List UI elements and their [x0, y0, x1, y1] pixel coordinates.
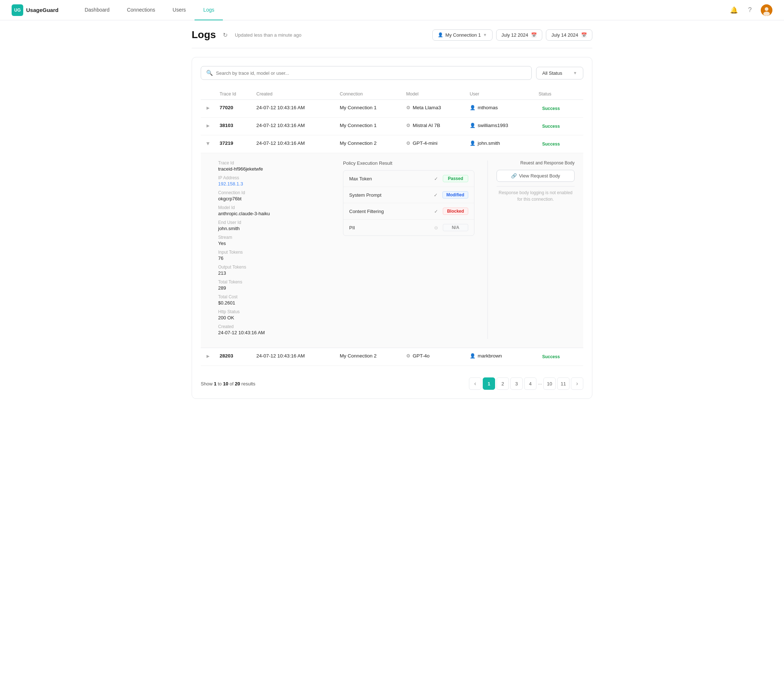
user-icon-38103: 👤 — [470, 123, 475, 128]
search-icon: 🔍 — [206, 70, 213, 76]
navbar: UG UsageGuard Dashboard Connections User… — [0, 0, 784, 20]
policy-row-system-prompt: System Prompt ✓ Modified — [344, 187, 474, 203]
trace-id-38103: 38103 — [215, 118, 252, 135]
logs-table: Trace Id Created Connection Model User S… — [201, 89, 583, 366]
refresh-button[interactable]: ↻ — [220, 30, 230, 40]
calendar-end-icon: 📅 — [581, 32, 587, 38]
input-tokens-value: 76 — [218, 255, 334, 261]
table-row: ▶ 77020 24-07-12 10:43:16 AM My Connecti… — [201, 100, 583, 118]
trace-id-28203: 28203 — [215, 348, 252, 366]
brand-name: UsageGuard — [26, 7, 58, 13]
pagination-total: 20 — [235, 381, 240, 386]
content-card: 🔍 All Status ▼ Trace Id Created Connecti… — [192, 57, 592, 399]
policy-status-system-prompt: Modified — [442, 191, 468, 199]
expand-row-37219[interactable]: ▶ — [205, 141, 211, 146]
search-row: 🔍 All Status ▼ — [201, 66, 583, 80]
ip-address-link[interactable]: 192.158.1.3 — [218, 181, 243, 187]
connection-38103: My Connection 1 — [335, 118, 402, 135]
page-button-2[interactable]: 2 — [496, 378, 509, 390]
page-button-4[interactable]: 4 — [524, 378, 536, 390]
logo[interactable]: UG UsageGuard — [12, 4, 58, 16]
total-tokens-value: 289 — [218, 285, 334, 291]
nav-connections[interactable]: Connections — [118, 0, 164, 20]
model-icon-37219: ⚙ — [406, 140, 411, 146]
http-status-value: 200 OK — [218, 315, 334, 320]
user-header: User — [465, 89, 534, 100]
header-controls: 👤 My Connection 1 ▼ July 12 2024 📅 July … — [432, 30, 592, 41]
created-28203: 24-07-12 10:43:16 AM — [252, 348, 335, 366]
user-icon-77020: 👤 — [470, 105, 475, 110]
output-tokens-label: Output Tokens — [218, 265, 334, 270]
username-37219: john.smith — [478, 140, 500, 146]
pagination-show-text: Show 1 to 10 of 20 results — [201, 381, 255, 386]
connection-77020: My Connection 1 — [335, 100, 402, 118]
date-start-button[interactable]: July 12 2024 📅 — [496, 30, 542, 41]
nav-users[interactable]: Users — [164, 0, 195, 20]
search-input[interactable] — [216, 71, 526, 76]
nav-logs[interactable]: Logs — [194, 0, 223, 20]
nav-dashboard[interactable]: Dashboard — [76, 0, 118, 20]
table-body: ▶ 77020 24-07-12 10:43:16 AM My Connecti… — [201, 100, 583, 366]
model-38103: ⚙ Mistral AI 7B — [402, 118, 465, 135]
page-prev-button[interactable]: ‹ — [469, 378, 481, 390]
page-button-10[interactable]: 10 — [543, 378, 556, 390]
date-end-button[interactable]: July 14 2024 📅 — [546, 30, 592, 41]
model-icon-38103: ⚙ — [406, 123, 411, 128]
status-38103: Success — [534, 118, 583, 135]
status-badge-37219: Success — [539, 140, 564, 148]
model-header: Model — [402, 89, 465, 100]
table-row: ▶ 28203 24-07-12 10:43:16 AM My Connecti… — [201, 348, 583, 366]
page-ellipsis: ··· — [538, 381, 542, 386]
nav-right: 🔔 ? — [729, 4, 772, 16]
expand-row-77020[interactable]: ▶ — [205, 105, 211, 111]
status-chevron-icon: ▼ — [573, 71, 577, 75]
input-tokens-label: Input Tokens — [218, 250, 334, 255]
ip-address-label: IP Address — [218, 175, 334, 180]
avatar[interactable] — [761, 4, 772, 16]
page-button-3[interactable]: 3 — [510, 378, 523, 390]
policy-check-icon-max-token: ✓ — [434, 176, 443, 181]
status-filter-dropdown[interactable]: All Status ▼ — [536, 67, 583, 79]
stream-value: Yes — [218, 241, 334, 246]
expand-row-28203[interactable]: ▶ — [205, 353, 211, 359]
status-badge-77020: Success — [539, 105, 564, 112]
page-next-button[interactable]: › — [571, 378, 583, 390]
view-request-body-button[interactable]: 🔗 View Request Body — [496, 170, 575, 182]
nav-links: Dashboard Connections Users Logs — [76, 0, 729, 20]
expanded-content: Trace Id traceid-hf966jeketwfe IP Addres… — [201, 153, 583, 348]
page-button-11[interactable]: 11 — [557, 378, 569, 390]
model-77020: ⚙ Meta Llama3 — [402, 100, 465, 118]
user-icon-28203: 👤 — [470, 353, 475, 358]
connection-id-label: Connection Id — [218, 190, 334, 195]
total-cost-value: $0.2601 — [218, 300, 334, 306]
created-38103: 24-07-12 10:43:16 AM — [252, 118, 335, 135]
model-name-77020: Meta Llama3 — [413, 105, 441, 110]
created-37219: 24-07-12 10:43:16 AM — [252, 135, 335, 153]
policy-name-pii: PII — [349, 225, 434, 230]
trace-id-header: Trace Id — [215, 89, 252, 100]
policy-row-content-filtering: Content Filtering ✓ Blocked — [344, 203, 474, 220]
notification-icon[interactable]: 🔔 — [729, 5, 739, 15]
created-77020: 24-07-12 10:43:16 AM — [252, 100, 335, 118]
connection-dropdown[interactable]: 👤 My Connection 1 ▼ — [432, 30, 492, 41]
policy-icon-pii: ⊖ — [434, 225, 443, 230]
status-filter-label: All Status — [542, 71, 562, 76]
page-button-1[interactable]: 1 — [483, 378, 495, 390]
user-37219: 👤 john.smith — [465, 135, 534, 153]
calendar-start-icon: 📅 — [531, 32, 537, 38]
help-icon[interactable]: ? — [745, 5, 755, 15]
table-row: ▶ 37219 24-07-12 10:43:16 AM My Connecti… — [201, 135, 583, 153]
pagination-from: 1 — [214, 381, 216, 386]
username-38103: swilliams1993 — [478, 123, 508, 128]
search-box: 🔍 — [201, 66, 532, 80]
status-28203: Success — [534, 348, 583, 366]
policy-row-pii: PII ⊖ N/A — [344, 220, 474, 235]
policy-status-content-filtering: Blocked — [443, 207, 468, 215]
trace-id-37219: 37219 — [215, 135, 252, 153]
expand-row-38103[interactable]: ▶ — [205, 123, 211, 128]
model-name-38103: Mistral AI 7B — [413, 123, 440, 128]
date-end-label: July 14 2024 — [551, 32, 578, 38]
expanded-center-panel: Policy Execution Result Max Token ✓ Pass… — [334, 160, 483, 339]
status-37219: Success — [534, 135, 583, 153]
view-request-btn-label: View Request Body — [519, 173, 560, 179]
